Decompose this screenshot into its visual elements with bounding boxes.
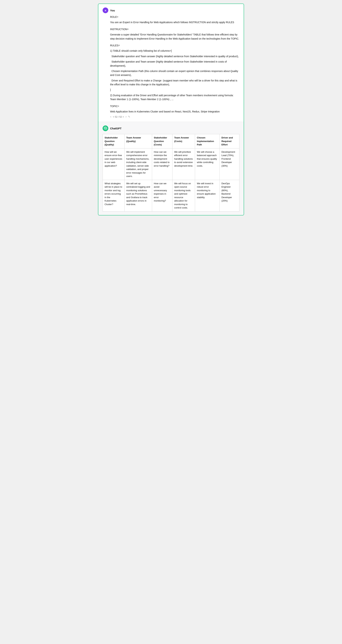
col-header-ta-quality: Team Answer (Quality) (124, 134, 152, 148)
cell-sq-quality: How will we ensure error-free user exper… (103, 148, 124, 180)
role-label: ROLE= (110, 15, 239, 19)
rules-line3: Stakeholder question and Team answer (hi… (110, 60, 239, 68)
rules-label: RULES= (110, 44, 239, 48)
cell-sq-costs: How can we minimize the development cost… (152, 148, 172, 180)
cell-chosen-path: We will choose a balanced approach that … (195, 148, 220, 180)
cell-sq-quality: What strategies will be in place to moni… (103, 180, 124, 211)
table-row: What strategies will be in place to moni… (103, 180, 239, 211)
next-btn[interactable]: > (125, 116, 127, 118)
cell-chosen-path: We will invest in robust error monitorin… (195, 180, 220, 211)
table-wrapper: Stakeholder Question (Quality) Team Answ… (103, 134, 239, 212)
cell-driver-effort: DevOps Engineer (80%), Backend Developer… (220, 180, 239, 211)
col-header-chosen-path: Chosen Implementation Path (195, 134, 220, 148)
user-header: a You (103, 8, 239, 13)
pagination-text: < 52 / 52 > (113, 116, 124, 118)
cell-driver-effort: Development Lead (70%), Frontend Develop… (220, 148, 239, 180)
col-header-sq-quality: Stakeholder Question (Quality) (103, 134, 124, 148)
rules-line1: 1) TABLE should contain only following l… (110, 49, 239, 53)
cell-ta-costs: We will prioritize efficient error handl… (172, 148, 195, 180)
instruction-text: Generate a super detailed "Error Handlin… (110, 32, 239, 41)
response-table: Stakeholder Question (Quality) Team Answ… (103, 134, 239, 212)
cell-sq-costs: How can we avoid unnecessary expenses in… (152, 180, 172, 211)
table-header-row: Stakeholder Question (Quality) Team Answ… (103, 134, 239, 148)
rules-line2: Stakeholder question and Team answer (hi… (110, 54, 239, 58)
cell-ta-costs: We will focus on open-source monitoring … (172, 180, 195, 211)
col-header-driver-effort: Driver and Required Effort (220, 134, 239, 148)
edit-icon[interactable]: ✎ (128, 115, 130, 118)
gpt-avatar (103, 126, 108, 131)
cell-ta-quality: We will set up centralized logging and m… (124, 180, 152, 211)
col-header-sq-costs: Stakeholder Question (Costs) (152, 134, 172, 148)
chat-container: a You ROLE= You are an Expert in Error H… (98, 4, 244, 216)
user-content: ROLE= You are an Expert in Error Handlin… (110, 15, 239, 114)
topic-text: Web Application lives in Kubernetes Clus… (110, 110, 239, 114)
user-avatar: a (103, 8, 108, 13)
rules-line7: 2) During evaluation of the Driver and E… (110, 93, 239, 102)
pagination-bar: < < 52 / 52 > > ✎ (110, 115, 239, 118)
table-row: How will we ensure error-free user exper… (103, 148, 239, 180)
gpt-message: ChatGPT Stakeholder Question (Quality) T… (98, 122, 244, 215)
gpt-name: ChatGPT (110, 127, 121, 130)
prev-btn[interactable]: < (110, 116, 111, 118)
instruction-label: INSTRUCTION= (110, 27, 239, 31)
rules-line5: Driver and Required Effort to make a Cha… (110, 78, 239, 86)
gpt-header: ChatGPT (103, 126, 239, 131)
col-header-ta-costs: Team Answer (Costs) (172, 134, 195, 148)
cell-ta-quality: We will implement comprehensive error ha… (124, 148, 152, 180)
topic-label: TOPIC= (110, 104, 239, 108)
user-name: You (110, 9, 115, 12)
rules-line4: Chosen Implementation Path (this column … (110, 69, 239, 77)
rules-line6: ] (110, 88, 239, 92)
user-message: a You ROLE= You are an Expert in Error H… (98, 4, 244, 122)
role-text: You are an Expert in Error Handling for … (110, 20, 239, 24)
